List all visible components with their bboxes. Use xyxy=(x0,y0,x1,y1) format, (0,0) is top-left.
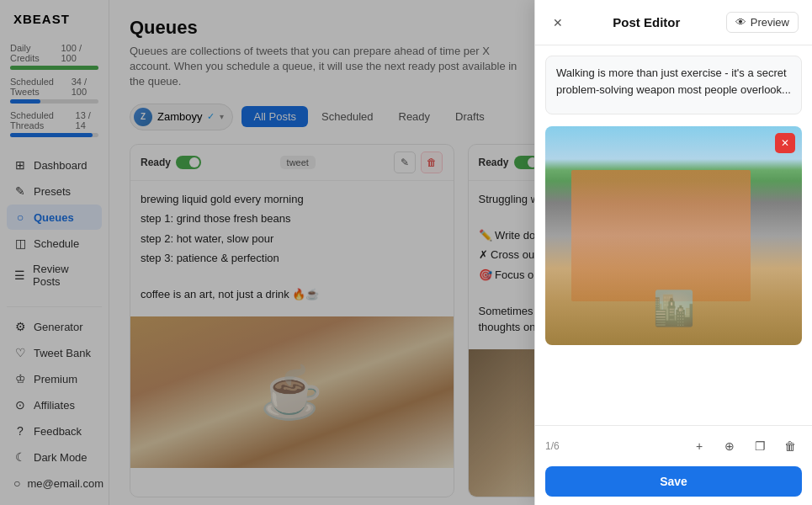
move-button[interactable]: ⊕ xyxy=(718,434,741,458)
editor-body: ✕ xyxy=(535,45,812,425)
copy-button[interactable]: ❐ xyxy=(748,434,772,458)
close-button[interactable]: ✕ xyxy=(549,13,567,32)
editor-image-container: ✕ xyxy=(545,126,802,345)
footer-actions: + ⊕ ❐ 🗑 xyxy=(687,434,802,458)
preview-label: Preview xyxy=(751,16,789,29)
eye-icon: 👁 xyxy=(735,16,746,29)
editor-header: ✕ Post Editor 👁 Preview xyxy=(535,0,812,45)
add-button[interactable]: + xyxy=(687,434,711,458)
editor-footer: 1/6 + ⊕ ❐ 🗑 Save xyxy=(535,425,812,505)
trash-button[interactable]: 🗑 xyxy=(778,434,802,458)
image-delete-button[interactable]: ✕ xyxy=(775,133,795,153)
editor-title: Post Editor xyxy=(613,15,680,29)
preview-button[interactable]: 👁 Preview xyxy=(726,12,799,33)
post-image-street xyxy=(545,126,802,345)
page-indicator: 1/6 xyxy=(545,440,560,452)
save-button[interactable]: Save xyxy=(545,466,802,497)
post-text-editor[interactable] xyxy=(545,56,802,114)
delete-icon: ✕ xyxy=(781,137,789,149)
footer-controls: 1/6 + ⊕ ❐ 🗑 xyxy=(545,434,802,458)
post-editor: ✕ Post Editor 👁 Preview ✕ 1/6 + ⊕ ❐ 🗑 Sa… xyxy=(534,0,812,505)
